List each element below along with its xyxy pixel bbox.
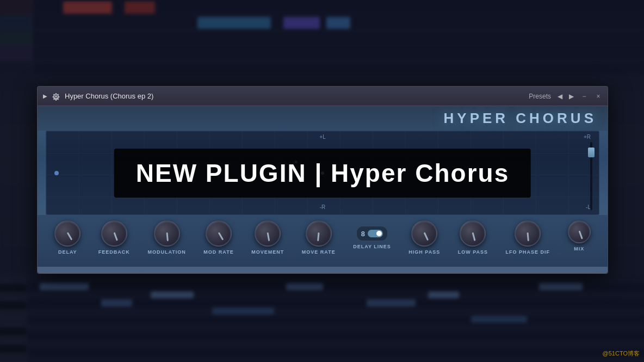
delay-lines-value: 8	[361, 230, 365, 238]
delay-knob[interactable]	[54, 220, 81, 247]
toggle-thumb	[376, 231, 382, 236]
move-rate-knob-label: MOVE RATE	[302, 249, 336, 255]
overlay-text-label: NEW PLUGIN | Hyper Chorus	[136, 159, 509, 187]
lfo-phase-dif-knob[interactable]	[515, 220, 541, 247]
move-rate-knob[interactable]	[306, 220, 332, 247]
feedback-knob-group: FEEDBACK	[98, 220, 130, 255]
delay-lines-control[interactable]: 8	[356, 226, 388, 241]
low-pass-knob-group: LOW PASS	[458, 220, 488, 255]
title-bar: ▶ Hyper Chorus (Chorus ep 2) Presets ◀ ▶…	[38, 87, 608, 106]
feedback-knob-label: FEEDBACK	[98, 249, 130, 255]
viz-label-l-top: +L	[319, 134, 325, 140]
preset-prev-arrow[interactable]: ◀	[558, 93, 562, 100]
gear-icon[interactable]	[52, 92, 60, 101]
minimize-button[interactable]: −	[580, 93, 588, 100]
title-bar-left: ▶ Hyper Chorus (Chorus ep 2)	[43, 92, 529, 101]
delay-knob-group: DELAY	[54, 220, 81, 255]
low-pass-knob-label: LOW PASS	[458, 249, 488, 255]
delay-lines-toggle[interactable]	[368, 230, 383, 237]
low-pass-knob[interactable]	[460, 220, 486, 247]
feedback-knob[interactable]	[101, 220, 127, 247]
lfo-phase-dif-knob-group: LFO PHASE DIF	[506, 220, 550, 255]
plugin-window: ▶ Hyper Chorus (Chorus ep 2) Presets ◀ ▶…	[37, 86, 608, 274]
modulation-knob-label: MODULATION	[147, 249, 185, 255]
movement-knob[interactable]	[255, 220, 281, 247]
visualization-area: +L +R -R -L NEW PLUGIN | Hyper Chorus	[46, 131, 599, 215]
close-button[interactable]: ×	[595, 93, 602, 100]
modulation-knob-group: MODULATION	[147, 220, 185, 255]
volume-thumb[interactable]	[588, 148, 595, 157]
volume-slider[interactable]	[588, 142, 595, 210]
mod-rate-knob[interactable]	[206, 220, 232, 247]
modulation-knob[interactable]	[154, 220, 180, 247]
volume-track	[590, 142, 592, 210]
plugin-window-title: Hyper Chorus (Chorus ep 2)	[65, 92, 153, 100]
presets-label: Presets	[529, 93, 551, 100]
delay-lines-label: DELAY LINES	[353, 244, 391, 249]
mix-knob-label: MIX	[574, 246, 584, 251]
overlay-text-box: NEW PLUGIN | Hyper Chorus	[114, 149, 531, 198]
mod-rate-knob-label: MOD RATE	[203, 249, 233, 255]
high-pass-knob-group: HIGH PASS	[408, 220, 440, 255]
plugin-name-label: HYPER CHORUS	[444, 110, 597, 127]
high-pass-knob-label: HIGH PASS	[408, 249, 440, 255]
preset-next-arrow[interactable]: ▶	[569, 93, 574, 100]
delay-lines-group: 8 DELAY LINES	[353, 220, 391, 249]
delay-knob-label: DELAY	[58, 249, 77, 255]
title-bar-right: Presets ◀ ▶ − ×	[529, 93, 602, 100]
watermark: @51CTO博客	[603, 349, 640, 358]
controls-area: DELAY FEEDBACK MODULATION MOD RATE	[38, 215, 608, 267]
viz-dot-left	[54, 171, 59, 175]
viz-label-r-top: +R	[584, 134, 591, 140]
move-rate-knob-group: MOVE RATE	[302, 220, 336, 255]
mod-rate-knob-group: MOD RATE	[203, 220, 233, 255]
plugin-header: HYPER CHORUS	[38, 106, 608, 131]
movement-knob-label: MOVEMENT	[251, 249, 284, 255]
viz-label-r-bottom: -R	[320, 204, 326, 210]
lfo-phase-dif-knob-label: LFO PHASE DIF	[506, 249, 550, 255]
daw-background: ▶ Hyper Chorus (Chorus ep 2) Presets ◀ ▶…	[0, 0, 644, 362]
mix-knob[interactable]	[568, 220, 591, 243]
mix-knob-group: MIX	[568, 220, 591, 251]
movement-knob-group: MOVEMENT	[251, 220, 284, 255]
high-pass-knob[interactable]	[411, 220, 437, 247]
expand-arrow-icon[interactable]: ▶	[43, 93, 47, 99]
plugin-body: HYPER CHORUS +L +R -R -L	[38, 106, 608, 273]
